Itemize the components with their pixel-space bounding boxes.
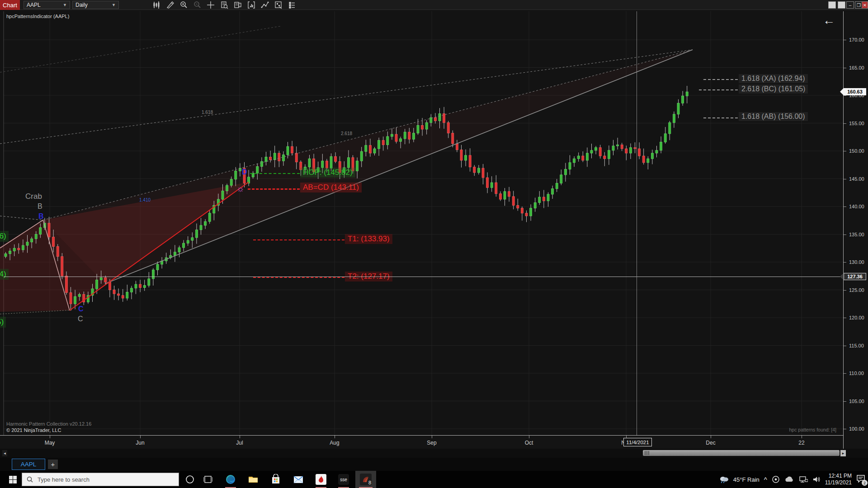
chart-style-icon[interactable] [151, 1, 162, 9]
ninjatrader8-icon: 8 [360, 474, 372, 485]
task-view-button[interactable] [199, 471, 217, 488]
interval-selector[interactable]: Daily ▼ [72, 1, 119, 9]
taskbar-mail-button[interactable] [289, 471, 307, 488]
microsoft-store-icon [270, 474, 281, 485]
time-tick-mark [711, 436, 711, 438]
time-tick-mark [140, 436, 141, 438]
window-type-label: Chart [0, 0, 20, 10]
pattern-name-label: Crab [25, 192, 42, 201]
instrument-selector[interactable]: AAPL ▼ [24, 1, 70, 9]
file-explorer-icon [248, 474, 259, 485]
notification-center-button[interactable]: 2 [856, 474, 865, 484]
price-tick-label: 120.00 [849, 315, 864, 320]
price-tick-mark [844, 373, 846, 374]
pattern-point-b: B [38, 212, 44, 221]
title-bar: Chart AAPL ▼ Daily ▼ [0, 0, 868, 10]
time-tick-mark [335, 436, 335, 438]
task-view-icon [203, 475, 212, 484]
price-tick-mark [844, 235, 846, 235]
indicator-label: hpcPatternsIndicator (AAPL) [6, 14, 69, 19]
price-tick-label: 170.00 [849, 37, 864, 42]
scrollbar-thumb[interactable] [643, 450, 840, 456]
taskbar-flame-app-button[interactable] [312, 471, 330, 488]
price-tick-mark [844, 95, 846, 96]
taskbar-sse-button[interactable]: sse [335, 471, 353, 488]
scrollbar-left-arrow[interactable]: ◂ [2, 450, 7, 456]
ninjatrader-chart-window: hpcPatternsIndicator (AAPL) Crab B B C C… [0, 0, 868, 488]
time-axis-label: Aug [330, 440, 339, 446]
fib-bc-label: 2.618 (BC) (161.05) [739, 84, 808, 94]
strategy-grid-icon[interactable] [273, 1, 284, 9]
time-axis-label: May [45, 440, 55, 446]
weather-text[interactable]: 45°F Rain [733, 476, 760, 483]
scrollbar-right-arrow[interactable]: ▸ [840, 450, 846, 456]
taskbar-store-button[interactable] [267, 471, 285, 488]
taskbar-clock[interactable]: 12:41 PM 11/19/2021 [825, 473, 852, 486]
time-tick-mark [50, 436, 50, 438]
speaker-icon[interactable] [812, 476, 821, 483]
price-tick-label: 125.00 [849, 287, 864, 293]
taskbar-ninjatrader-button[interactable]: 8 [355, 471, 376, 488]
scrollbar-grip[interactable] [645, 451, 649, 455]
interval-link-button[interactable] [838, 1, 845, 9]
notification-badge: 2 [862, 480, 868, 486]
scroll-back-arrow-icon[interactable]: ← [823, 14, 835, 28]
price-axis[interactable]: 170.00165.00160.00155.00150.00145.00140.… [843, 11, 868, 449]
target2-line[interactable] [253, 277, 344, 278]
crosshair-date-box: 11/4/2021 [623, 438, 652, 446]
network-icon[interactable] [799, 476, 808, 483]
tab-aapl[interactable]: AAPL [12, 459, 45, 470]
price-tick-mark [844, 40, 846, 40]
price-tick-label: 110.00 [849, 371, 864, 376]
target1-line[interactable] [253, 239, 344, 240]
minimize-button[interactable]: – [846, 1, 854, 9]
ratio-label-1618: 1.618 [202, 110, 213, 115]
price-tick-mark [844, 290, 846, 291]
zoom-in-icon[interactable] [178, 1, 189, 9]
price-tick-label: 165.00 [849, 65, 864, 70]
zoom-out-icon[interactable] [192, 1, 203, 9]
taskbar-explorer-button[interactable] [244, 471, 262, 488]
abcd-level-line[interactable] [248, 188, 300, 190]
price-tick-label: 115.00 [849, 343, 864, 348]
crosshair-icon[interactable] [205, 1, 216, 9]
time-tick-mark [240, 436, 240, 438]
start-button[interactable] [4, 471, 22, 488]
draw-line-icon[interactable] [259, 1, 270, 9]
list-properties-icon[interactable] [287, 1, 297, 9]
onedrive-icon[interactable] [784, 476, 794, 483]
search-placeholder: Type here to search [38, 476, 90, 483]
data-box-icon[interactable] [219, 1, 230, 9]
time-axis-label: Oct [525, 440, 533, 446]
hop-level-line[interactable] [250, 173, 300, 174]
clock-date: 11/19/2021 [825, 479, 852, 486]
close-button[interactable]: ✕ [862, 1, 868, 9]
price-tick-label: 105.00 [849, 399, 864, 404]
clipped-level-label: 5) [0, 317, 6, 328]
fib-ab-line[interactable] [703, 117, 738, 118]
price-tick-mark [844, 262, 846, 263]
search-input[interactable]: Type here to search [22, 473, 179, 486]
windows-taskbar: Type here to search sse [0, 471, 868, 488]
horizontal-price-line[interactable] [4, 277, 843, 277]
price-tick-mark [844, 179, 846, 179]
fib-xa-line[interactable] [703, 79, 738, 80]
chart-trader-icon[interactable] [232, 1, 243, 9]
time-axis[interactable]: MayJunJulAugSepOctNovDec22 [0, 435, 843, 449]
pattern-point-c: C [78, 305, 84, 313]
target1-label: T1: (133.93) [345, 234, 392, 244]
cortana-button[interactable] [181, 471, 199, 488]
taskbar-edge-button[interactable] [222, 471, 240, 488]
tray-chevron-icon[interactable]: ^ [764, 476, 767, 483]
patterns-found-status: hpc patterns found: [4] [723, 427, 836, 432]
indicator-panel-icon[interactable] [246, 1, 257, 9]
fib-bc-line[interactable] [699, 89, 738, 90]
pattern-point-b-name: B [38, 202, 42, 211]
add-tab-button[interactable]: + [48, 460, 58, 469]
teams-icon[interactable] [772, 475, 780, 483]
chart-canvas[interactable] [0, 0, 843, 435]
time-tick-mark [529, 436, 529, 438]
drawing-tools-icon[interactable] [165, 1, 175, 9]
instrument-link-button[interactable] [828, 1, 836, 9]
weather-icon[interactable] [719, 475, 729, 483]
